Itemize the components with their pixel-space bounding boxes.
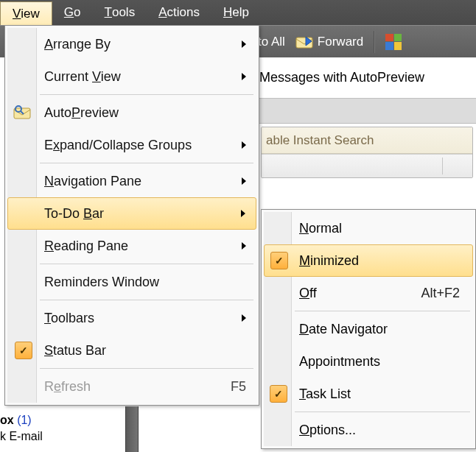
todo-submenu-item-off[interactable]: OffAlt+F2 (264, 277, 473, 309)
autopreview-icon (13, 105, 32, 120)
submenu-separator (295, 412, 470, 412)
menu-separator (40, 163, 253, 163)
current-view-label: Messages with AutoPreview (258, 70, 424, 85)
todo-submenu-item-task-list[interactable]: Task List (264, 378, 473, 410)
view-menu-item-reading-pane[interactable]: Reading Pane (7, 230, 256, 262)
menu-item-shortcut: F5 (231, 379, 246, 395)
menu-separator (40, 300, 253, 300)
categorize-button[interactable] (385, 34, 402, 50)
todo-submenu-item-minimized[interactable]: Minimized (264, 244, 473, 277)
menubar-item-go[interactable]: Go (52, 0, 93, 25)
menu-item-label: Navigation Pane (44, 174, 141, 189)
menubar: ViewGoToolsActionsHelp (0, 0, 476, 25)
submenu-item-label: Options... (299, 423, 356, 438)
submenu-arrow-icon (242, 141, 246, 149)
check-icon (270, 385, 287, 403)
submenu-arrow-icon (241, 210, 245, 217)
menubar-item-tools[interactable]: Tools (93, 0, 147, 25)
submenu-arrow-icon (242, 242, 246, 250)
view-menu-item-current-view[interactable]: Current View (7, 60, 256, 93)
background-text: ox (1) k E-mail (0, 412, 43, 445)
view-menu-item-navigation-pane[interactable]: Navigation Pane (7, 165, 256, 197)
todo-bar-submenu: NormalMinimizedOffAlt+F2Date NavigatorAp… (261, 209, 476, 449)
todo-submenu-item-date-navigator[interactable]: Date Navigator (264, 313, 473, 345)
menu-item-label: Reading Pane (44, 239, 128, 254)
menubar-item-view[interactable]: View (0, 1, 52, 25)
check-icon (15, 342, 32, 359)
submenu-item-label: Appointments (299, 354, 380, 370)
submenu-item-label: Task List (299, 386, 351, 402)
background-chrome: Messages with AutoPreview able Instant S… (258, 57, 476, 178)
bg-line1-a: ox (0, 414, 14, 426)
bg-line2: k E-mail (0, 428, 43, 445)
reply-all-label: to All (258, 35, 285, 49)
menu-item-label: Refresh (44, 379, 91, 395)
menu-separator (40, 94, 253, 95)
instant-search-input[interactable]: able Instant Search (262, 127, 472, 154)
menu-item-label: AutoPreview (44, 105, 119, 121)
reply-to-all-button[interactable]: to All (258, 35, 285, 49)
menu-item-label: Expand/Collapse Groups (44, 138, 192, 153)
toolbar-separator (374, 31, 375, 53)
view-menu-item-toolbars[interactable]: Toolbars (7, 302, 256, 334)
submenu-item-label: Normal (299, 221, 342, 236)
todo-submenu-item-normal[interactable]: Normal (264, 212, 473, 244)
check-icon (270, 252, 288, 269)
search-panel: able Instant Search (261, 127, 473, 178)
menubar-item-actions[interactable]: Actions (147, 0, 211, 25)
view-menu-dropdown: Arrange ByCurrent ViewAutoPreviewExpand/… (4, 25, 259, 406)
menu-item-label: Current View (44, 69, 121, 85)
menu-item-label: Arrange By (44, 37, 111, 52)
submenu-arrow-icon (242, 314, 246, 322)
menu-separator (40, 264, 253, 264)
submenu-item-label: Minimized (299, 253, 359, 269)
menu-item-label: To-Do Bar (44, 206, 104, 222)
menu-item-label: Reminders Window (44, 275, 159, 290)
menu-item-label: Toolbars (44, 311, 94, 326)
view-menu-item-to-do-bar[interactable]: To-Do Bar (7, 197, 256, 230)
color-grid-icon (385, 34, 402, 50)
submenu-item-label: Date Navigator (299, 322, 388, 337)
view-menu-item-autopreview[interactable]: AutoPreview (7, 96, 256, 129)
view-menu-item-reminders-window[interactable]: Reminders Window (7, 266, 256, 298)
submenu-item-label: Off (299, 286, 317, 301)
view-menu-item-status-bar[interactable]: Status Bar (7, 334, 256, 367)
table-header (262, 154, 472, 177)
view-menu-item-arrange-by[interactable]: Arrange By (7, 28, 256, 60)
menu-separator (40, 368, 253, 369)
navpane-edge (125, 406, 139, 452)
forward-button[interactable]: Forward (295, 35, 363, 49)
menubar-item-help[interactable]: Help (211, 0, 261, 25)
menu-item-label: Status Bar (44, 343, 106, 359)
submenu-arrow-icon (242, 73, 246, 80)
submenu-separator (295, 311, 470, 311)
view-menu-item-expand-collapse-groups[interactable]: Expand/Collapse Groups (7, 129, 256, 161)
todo-submenu-item-appointments[interactable]: Appointments (264, 345, 473, 378)
forward-label: Forward (318, 35, 363, 49)
submenu-arrow-icon (242, 40, 246, 48)
submenu-item-shortcut: Alt+F2 (421, 286, 460, 301)
forward-icon (295, 35, 313, 49)
submenu-arrow-icon (242, 177, 246, 185)
bg-line1-b: (1) (17, 414, 32, 426)
todo-submenu-item-options[interactable]: Options... (264, 414, 473, 446)
view-menu-item-refresh: RefreshF5 (7, 370, 256, 403)
